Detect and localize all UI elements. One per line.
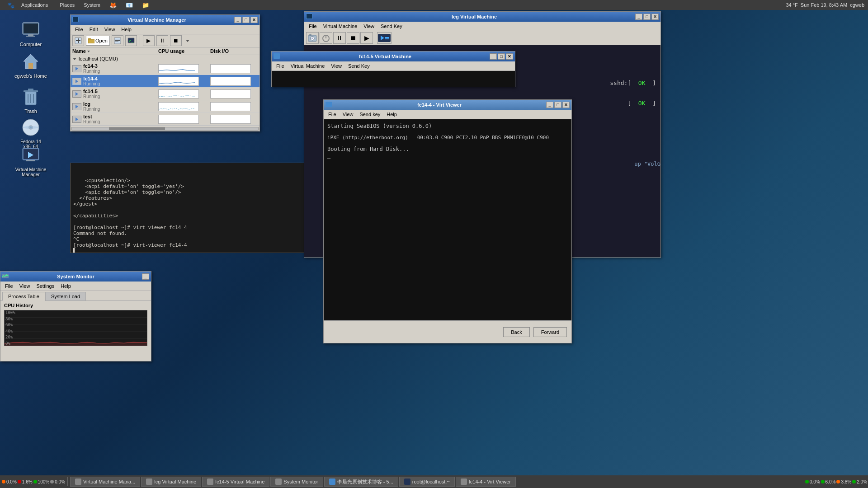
desktop-icon-home[interactable]: cgweb's Home bbox=[13, 51, 49, 79]
vmm-row-fc14-5[interactable]: fc14-5 Running bbox=[71, 88, 259, 100]
vmm-minimize-btn[interactable]: _ bbox=[234, 17, 241, 23]
temperature-display: 34 °F bbox=[786, 2, 797, 8]
taskbar-sep bbox=[67, 477, 68, 486]
vmm-new-btn[interactable] bbox=[72, 35, 84, 46]
vmm-run-btn[interactable]: ▶ bbox=[143, 35, 155, 46]
desktop-icon-trash[interactable]: Trash bbox=[13, 86, 49, 114]
vmm-cpu-header[interactable]: CPU usage bbox=[158, 48, 210, 54]
top-apps-menu[interactable]: 🐾 Applications bbox=[2, 2, 53, 9]
vmm-col-name-header[interactable]: Name bbox=[72, 48, 158, 54]
fc144-vv-titlebar[interactable]: fc14-4 - Virt Viewer _ □ ✕ bbox=[324, 100, 571, 110]
lcg-menu-file[interactable]: File bbox=[306, 23, 320, 30]
lcg-toolbar-console-btn[interactable] bbox=[377, 32, 392, 44]
lcg-menu-vm[interactable]: Virtual Machine bbox=[321, 23, 360, 30]
home-label: cgweb's Home bbox=[14, 73, 47, 79]
system-menu[interactable]: System bbox=[81, 2, 103, 8]
lcg-vm-titlebar[interactable]: lcg Virtual Machine _ □ ✕ bbox=[304, 12, 660, 22]
fc145-menu-file[interactable]: File bbox=[274, 62, 287, 70]
svg-rect-5 bbox=[28, 63, 33, 69]
fc144-vv-maximize-btn[interactable]: □ bbox=[554, 102, 561, 108]
vmm-scrollbar-track[interactable] bbox=[71, 127, 259, 131]
vmm-detail-btn[interactable] bbox=[112, 35, 123, 46]
lcg-toolbar-pause-btn[interactable]: ⏸ bbox=[333, 32, 346, 44]
vmm-menu-help[interactable]: Help bbox=[118, 26, 134, 33]
lcg-vm-minimize-btn[interactable]: _ bbox=[635, 14, 642, 20]
sysmon-minimize-btn[interactable]: _ bbox=[142, 273, 149, 280]
lcg-vm-close-btn[interactable]: ✕ bbox=[651, 14, 659, 20]
fc144-menu-sendkey[interactable]: Send key bbox=[357, 111, 383, 118]
fc144-menu-view[interactable]: View bbox=[340, 111, 356, 118]
fc144-vv-close-btn[interactable]: ✕ bbox=[562, 102, 570, 108]
sysmon-tab-sysload[interactable]: System Load bbox=[45, 292, 86, 300]
vmm-disk-header[interactable]: Disk I/O bbox=[210, 48, 255, 54]
vmm-scrollbar-thumb[interactable] bbox=[109, 127, 165, 130]
vmm-row-fc14-4[interactable]: fc14-4 Running bbox=[71, 75, 259, 88]
vmm-open-btn[interactable]: Open bbox=[86, 36, 110, 46]
svg-rect-39 bbox=[309, 34, 311, 36]
lcg-toolbar-run-btn[interactable]: ▶ bbox=[360, 32, 373, 44]
lcg-vm-maximize-btn[interactable]: □ bbox=[643, 14, 651, 20]
fc144-menu-help[interactable]: Help bbox=[384, 111, 400, 118]
sysmon-menu-settings[interactable]: Settings bbox=[33, 282, 57, 290]
vmm-maximize-btn[interactable]: □ bbox=[242, 17, 250, 23]
svg-marker-33 bbox=[186, 40, 189, 42]
lcg-vm-toolbar: ⏸ ⏹ ▶ bbox=[304, 31, 660, 45]
lcg-menu-sendkey[interactable]: Send Key bbox=[378, 23, 405, 30]
fc145-menu-vm[interactable]: Virtual Machine bbox=[288, 62, 328, 70]
sysmon-tab-process[interactable]: Process Table bbox=[2, 292, 45, 301]
fc144-menu-file[interactable]: File bbox=[326, 111, 339, 118]
taskbar-terminal-icon bbox=[404, 479, 410, 485]
vmm-titlebar[interactable]: Virtual Machine Manager _ □ ✕ bbox=[71, 15, 259, 25]
firefox-icon[interactable]: 🦊 bbox=[107, 2, 119, 9]
fc144-vv-content[interactable]: Starting SeaBIOS (version 0.6.0) iPXE (h… bbox=[324, 119, 571, 320]
fc145-menu-view[interactable]: View bbox=[328, 62, 344, 70]
fc145-vm-close-btn[interactable]: ✕ bbox=[506, 53, 513, 60]
taskbar-btn-terminal[interactable]: root@localhost:~ bbox=[399, 477, 455, 487]
vmm-close-btn[interactable]: ✕ bbox=[250, 17, 258, 23]
vmm-console-btn[interactable]: >_ bbox=[125, 35, 137, 46]
vmm-row-fc14-3[interactable]: fc14-3 Running bbox=[71, 62, 259, 75]
taskbar-btn-lcg[interactable]: lcg Virtual Machine bbox=[141, 477, 201, 487]
vmm-row-test[interactable]: test Running bbox=[71, 113, 259, 126]
fc144-forward-btn[interactable]: Forward bbox=[533, 327, 567, 337]
desktop-icon-computer[interactable]: Computer bbox=[13, 19, 49, 47]
vmm-dropdown-btn[interactable] bbox=[185, 38, 190, 43]
vmm-menu-edit[interactable]: Edit bbox=[87, 26, 101, 33]
sysmon-titlebar[interactable]: System Monitor _ bbox=[0, 272, 151, 282]
sysmon-menu-view[interactable]: View bbox=[17, 282, 33, 290]
lcg-toolbar-screenshot-btn[interactable] bbox=[306, 32, 319, 44]
vmm-scrollbar[interactable] bbox=[71, 126, 259, 131]
desktop-icon-virt-manager[interactable]: Virtual Machine Manager bbox=[13, 145, 49, 177]
taskbar-btn-vv[interactable]: fc14-4 - Virt Viewer bbox=[456, 477, 516, 487]
terminal-window[interactable]: <cpuselection/> <acpi default='on' toggl… bbox=[70, 163, 323, 253]
email-icon[interactable]: 📧 bbox=[123, 2, 136, 9]
sysmon-menu-file[interactable]: File bbox=[2, 282, 16, 290]
vmm-menu-file[interactable]: File bbox=[72, 26, 86, 33]
taskbar-btn-vmm[interactable]: Virtual Machine Mana... bbox=[70, 477, 140, 487]
lcg-menu-view[interactable]: View bbox=[361, 23, 377, 30]
lcg-toolbar-power-btn[interactable] bbox=[320, 32, 332, 44]
sysmon-menu-help[interactable]: Help bbox=[58, 282, 74, 290]
vmm-stop-btn[interactable]: ⏹ bbox=[170, 35, 182, 46]
status-dot-4 bbox=[50, 480, 54, 483]
fc145-vm-titlebar[interactable]: fc14-5 Virtual Machine _ □ ✕ bbox=[272, 52, 515, 61]
fc144-back-btn[interactable]: Back bbox=[503, 327, 529, 337]
lcg-toolbar-stop-btn[interactable]: ⏹ bbox=[347, 32, 359, 44]
fc145-vm-maximize-btn[interactable]: □ bbox=[498, 53, 505, 60]
fc144-vv-minimize-btn[interactable]: _ bbox=[546, 102, 553, 108]
status-text-1: 0.0% bbox=[6, 479, 17, 484]
fc145-vm-display[interactable] bbox=[272, 71, 515, 87]
taskbar-btn-sysmon[interactable]: System Monitor bbox=[270, 477, 323, 487]
taskbar-btn-fc145[interactable]: fc14-5 Virtual Machine bbox=[202, 477, 269, 487]
taskbar-btn-browser[interactable]: 李晨光原创技术博客 - 5... bbox=[324, 477, 398, 487]
vm-fc14-3-info: fc14-3 Running bbox=[83, 63, 100, 74]
folder-icon[interactable]: 📁 bbox=[139, 2, 152, 9]
vmm-name-header-label: Name bbox=[72, 48, 86, 54]
fc144-vv-cursor: _ bbox=[327, 152, 568, 159]
vmm-row-lcg[interactable]: lcg Running bbox=[71, 100, 259, 113]
fc145-menu-sendkey[interactable]: Send Key bbox=[345, 62, 373, 70]
vmm-menu-view[interactable]: View bbox=[102, 26, 118, 33]
fc145-vm-minimize-btn[interactable]: _ bbox=[490, 53, 497, 60]
vmm-pause-btn[interactable]: ⏸ bbox=[156, 35, 168, 46]
places-menu[interactable]: Places bbox=[57, 2, 77, 8]
